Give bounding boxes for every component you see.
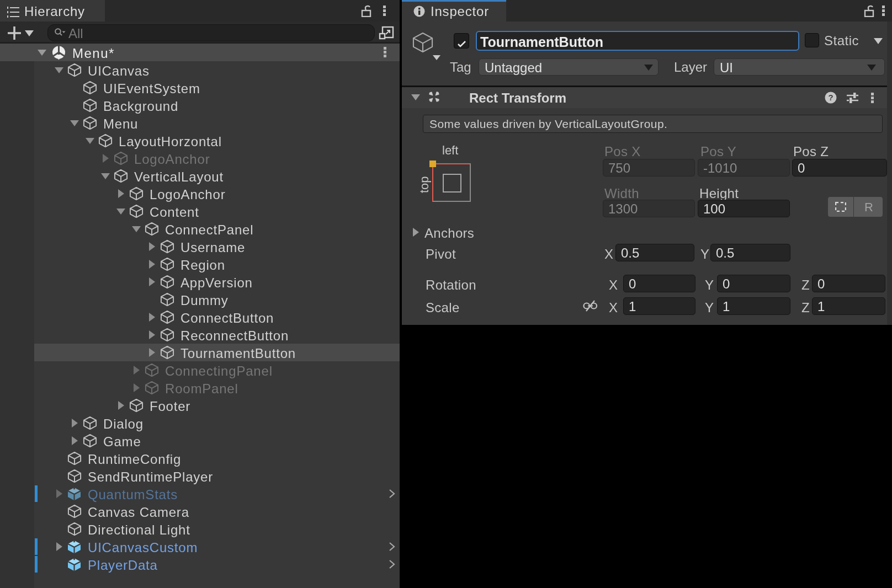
svg-text:?: ? [828,93,833,102]
